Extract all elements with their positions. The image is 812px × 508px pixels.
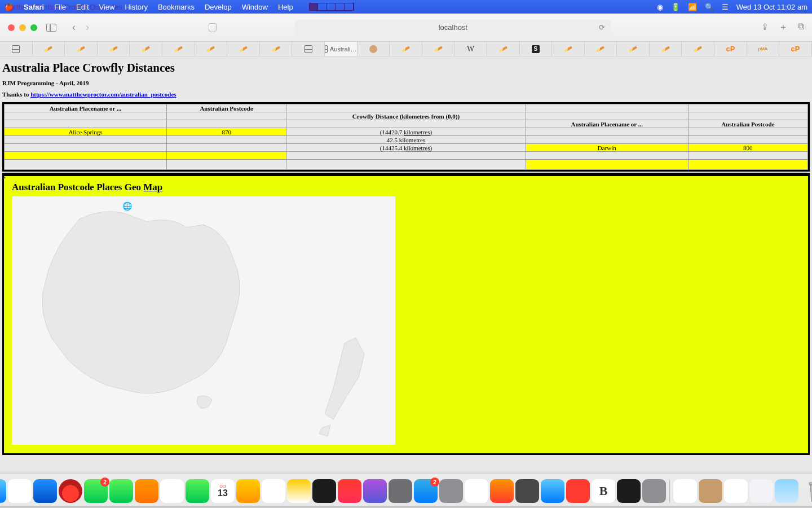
dock-music[interactable] — [338, 479, 361, 503]
share-icon[interactable]: ⇪ — [761, 21, 769, 33]
privacy-shield-icon[interactable] — [209, 23, 217, 32]
browser-tab[interactable] — [195, 42, 228, 56]
map-canvas[interactable] — [12, 196, 395, 445]
input-empty[interactable] — [167, 152, 286, 160]
app-name[interactable]: Safari — [24, 3, 44, 11]
km-link[interactable]: kilometres — [399, 137, 425, 143]
dock-photos[interactable] — [160, 479, 184, 503]
dock-trash[interactable] — [804, 477, 812, 503]
dock-finder[interactable] — [0, 479, 6, 503]
dock-launchpad[interactable] — [8, 479, 32, 503]
apple-menu[interactable]: 🍎 — [5, 3, 14, 11]
browser-tab-active[interactable]: Australi… — [325, 42, 358, 56]
browser-tab[interactable]: W — [454, 42, 487, 56]
dock-notes[interactable] — [287, 479, 311, 503]
tab-overview-icon[interactable]: ⧉ — [798, 21, 804, 33]
menu-file[interactable]: File — [54, 3, 66, 11]
spotlight-icon[interactable]: 🔍 — [705, 3, 714, 11]
dock-appletv[interactable] — [312, 479, 336, 503]
menu-develop[interactable]: Develop — [205, 3, 232, 11]
browser-tab[interactable] — [358, 42, 390, 56]
dock-app[interactable] — [389, 479, 412, 503]
dock-app[interactable]: B — [592, 479, 615, 503]
input-empty[interactable] — [688, 160, 807, 170]
address-bar[interactable]: localhost ⟳ — [295, 20, 611, 36]
dock-folder[interactable] — [775, 479, 798, 503]
km-link[interactable]: kilometres — [404, 144, 430, 151]
browser-tab[interactable] — [65, 42, 98, 56]
input-postcode-right[interactable]: 800 — [688, 144, 807, 152]
browser-tab[interactable] — [162, 42, 195, 56]
dock-textedit[interactable] — [724, 479, 748, 503]
browser-tab[interactable]: S — [520, 42, 553, 56]
dock-filezilla[interactable] — [566, 479, 590, 503]
browser-tab[interactable] — [682, 42, 714, 56]
dock-reminders[interactable] — [262, 479, 285, 503]
menu-view[interactable]: View — [99, 3, 115, 11]
input-place-left[interactable]: Alice Springs — [5, 128, 167, 136]
dock-appstore[interactable]: 2 — [414, 479, 438, 503]
input-empty[interactable] — [5, 152, 167, 160]
menu-history[interactable]: History — [125, 3, 147, 11]
map-link[interactable]: Map — [143, 182, 162, 192]
browser-tab[interactable] — [422, 42, 455, 56]
dock-firefox[interactable] — [490, 479, 514, 503]
menu-edit[interactable]: Edit — [76, 3, 89, 11]
dock-app[interactable] — [541, 479, 564, 503]
browser-tab[interactable]: cP — [779, 42, 812, 56]
browser-tab[interactable] — [130, 42, 162, 56]
back-button[interactable]: ‹ — [72, 21, 76, 33]
browser-tab[interactable] — [552, 42, 585, 56]
control-center-icon[interactable]: ☰ — [722, 3, 729, 11]
sidebar-toggle-icon[interactable] — [46, 24, 56, 32]
browser-tab[interactable] — [0, 42, 33, 56]
wifi-icon[interactable]: 📶 — [688, 3, 697, 11]
dock-terminal[interactable] — [617, 479, 641, 503]
browser-tab[interactable] — [260, 42, 293, 56]
input-place-right[interactable]: Darwin — [526, 144, 688, 152]
dock-podcasts[interactable] — [363, 479, 387, 503]
credits-link[interactable]: https://www.matthewproctor.com/australia… — [30, 91, 176, 98]
browser-tab[interactable] — [98, 42, 130, 56]
reload-icon[interactable]: ⟳ — [599, 23, 605, 32]
dock-opera[interactable] — [59, 479, 82, 503]
browser-tab[interactable] — [227, 42, 260, 56]
resize-handle-icon[interactable]: ▴ — [3, 174, 9, 179]
dock-app[interactable] — [749, 479, 773, 503]
dock-messages[interactable]: 2 — [84, 479, 108, 503]
dock-app[interactable] — [699, 479, 722, 503]
dock-safari[interactable] — [33, 479, 57, 503]
minimize-window-button[interactable] — [19, 24, 26, 31]
dock-calendar[interactable]: Oct13 — [211, 479, 235, 503]
dock-mamp[interactable] — [642, 479, 666, 503]
dock-app[interactable] — [236, 479, 260, 503]
browser-tab[interactable] — [390, 42, 422, 56]
close-window-button[interactable] — [8, 24, 15, 31]
screen-record-icon[interactable]: ◉ — [657, 3, 663, 11]
browser-tab[interactable] — [617, 42, 650, 56]
dock-calculator[interactable] — [515, 479, 539, 503]
menubar-clock[interactable]: Wed 13 Oct 11:02 am — [736, 3, 807, 11]
menu-bookmarks[interactable]: Bookmarks — [158, 3, 195, 11]
forward-button[interactable]: › — [86, 21, 89, 33]
dock-chrome[interactable] — [673, 479, 697, 503]
menu-help[interactable]: Help — [278, 3, 293, 11]
battery-icon[interactable]: 🔋 — [671, 3, 680, 11]
dock-facetime[interactable] — [186, 479, 209, 503]
menu-window[interactable]: Window — [242, 3, 268, 11]
browser-tab[interactable] — [33, 42, 65, 56]
browser-tab[interactable] — [487, 42, 520, 56]
browser-tab[interactable]: pMA — [747, 42, 780, 56]
km-link[interactable]: kilometres — [404, 129, 430, 135]
dock-app[interactable] — [135, 479, 158, 503]
input-empty[interactable] — [526, 160, 688, 170]
fullscreen-window-button[interactable] — [30, 24, 37, 31]
browser-tab[interactable] — [585, 42, 617, 56]
dock-facetime-audio[interactable] — [109, 479, 133, 503]
map-marker-icon[interactable] — [122, 201, 131, 210]
browser-tab[interactable] — [292, 42, 325, 56]
input-postcode-left[interactable]: 870 — [167, 128, 286, 136]
dock-settings[interactable] — [439, 479, 463, 503]
browser-tab[interactable]: cP — [714, 42, 747, 56]
dock-app[interactable] — [465, 479, 488, 503]
